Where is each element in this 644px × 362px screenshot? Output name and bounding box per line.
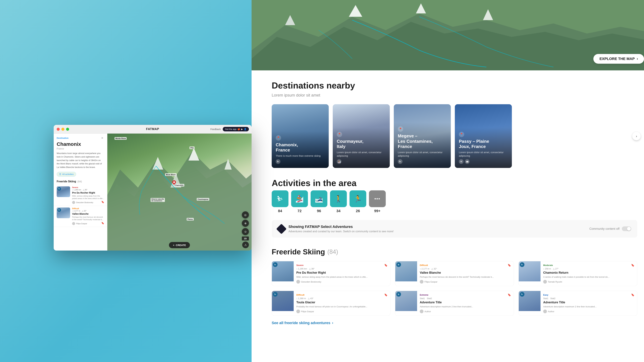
toggle-switch[interactable]: [622, 226, 631, 231]
map-label-reserve: Réserve naturellede Contamines: [150, 198, 165, 202]
card-body: Difficult 🔖 ↕ 1,390 m △ 43° Toula Glacie…: [294, 291, 390, 316]
activity-card[interactable]: ⛷ Moderate 🔖 ↕ 258 m △ 27° Chamonix Retu…: [518, 261, 637, 286]
destination-name: Passy – PlaineJoux, France: [459, 139, 508, 149]
feedback-button[interactable]: Feedback: [210, 128, 221, 131]
card-description: Perhaps the most famous ski descent in t…: [420, 276, 511, 279]
card-description: A series of walking trails makes it poss…: [543, 276, 634, 279]
activity-card[interactable]: ⛷ Easy 🔖 Stat1 Stat2 Adventure Title Adv…: [518, 291, 637, 316]
list-icon: ☰: [59, 173, 61, 175]
community-toggle[interactable]: Community content off: [589, 226, 631, 231]
right-content: Destinations nearby Lorem ipsum dolor si…: [252, 70, 644, 345]
author-avatar: [72, 222, 75, 225]
bookmark-icon[interactable]: 🔖: [101, 201, 104, 203]
destination-description: Lorem ipsum dolor sit amet, consectetur …: [459, 150, 508, 158]
difficulty-label: Severe: [72, 186, 104, 188]
bookmark-icon[interactable]: 🔖: [508, 264, 511, 267]
card-description: Wild, serious skiing away from the piste…: [296, 276, 388, 279]
carousel-next-button[interactable]: ›: [632, 132, 641, 140]
window-titlebar: FATMAP Feedback Get the app 🍎 ▶ 👤: [54, 125, 252, 134]
ski-icon: ⛷: [398, 159, 402, 164]
activity-icon-card[interactable]: ••• 99+: [369, 190, 386, 213]
bookmark-icon[interactable]: 🔖: [631, 293, 634, 297]
card-activity-icon: ⛷: [396, 292, 401, 297]
destinations-heading: Destinations nearby: [272, 80, 637, 90]
author-name: Filipa Gaspar: [76, 223, 87, 225]
hiking-activity-icon: 🚶: [330, 190, 347, 207]
author-row: Filipa Gaspar: [296, 310, 314, 313]
window-minimize-dot[interactable]: [62, 128, 64, 131]
card-name: Adventure Title: [543, 301, 634, 304]
bookmark-icon[interactable]: 🔖: [631, 264, 634, 267]
activity-card[interactable]: ⛷ Extreme 🔖 Stat1 Stat2 Adventure Title …: [395, 291, 514, 316]
activity-icon-card[interactable]: 🚶 34: [330, 190, 347, 213]
bookmark-icon[interactable]: 🔖: [384, 264, 388, 267]
activity-card[interactable]: ⛷ Severe 🔖 ↕ 1,295 km △ 36° Pre Du Roche…: [272, 261, 390, 286]
distance-stat: ↕ 2,177 m: [72, 210, 80, 212]
card-author: Filipa Gaspar: [420, 280, 511, 284]
author-row: Tamaki Ryushi: [543, 280, 562, 284]
activity-info: Difficult ↕ 2,177 m △ 32° Vallee Blanche…: [72, 207, 104, 225]
destination-card-courmayeur[interactable]: 📍 Courmayeur,Italy Lorem ipsum dolor sit…: [333, 104, 390, 168]
card-body: Easy 🔖 Stat1 Stat2 Adventure Title Adven…: [540, 291, 637, 316]
view-2d-button[interactable]: 2D: [242, 237, 249, 241]
map-area[interactable]: Chamonix Mont Blanc Courmayeur Passy Mon…: [107, 134, 252, 251]
snowboard-count: 72: [298, 209, 302, 213]
distance-stat: ↕ 2,177 m: [420, 268, 429, 270]
destination-card-megeve[interactable]: 📍 Megeve –Les Contamines,France Lorem ip…: [394, 104, 451, 168]
destination-icons: ⛷: [276, 159, 325, 164]
bookmark-icon[interactable]: 🔖: [508, 293, 511, 297]
toggle-knob: [627, 227, 631, 231]
activity-thumbnail: ⛷: [57, 207, 70, 218]
card-author: Tamaki Ryushi: [543, 280, 634, 284]
create-button[interactable]: + CREATE: [169, 242, 190, 248]
bookmark-icon[interactable]: 🔖: [101, 222, 104, 224]
author-name: Gwozden Boskovsky: [301, 281, 321, 283]
elevation-stat: △ 32°: [82, 210, 86, 212]
all-activities-button[interactable]: ☰ All activities: [57, 172, 76, 177]
activity-card[interactable]: ⛷ Difficult 🔖 ↕ 1,390 m △ 43° Toula Glac…: [272, 291, 390, 316]
destination-name: Megeve –Les Contamines,France: [398, 133, 447, 149]
location-pin-icon: 📍: [398, 126, 403, 132]
elevation-stat: △ 27°: [553, 268, 558, 270]
activity-icon-card[interactable]: ⛷ 84: [272, 190, 288, 213]
destination-icons: ❄ 🏔: [459, 159, 508, 164]
window-title: FATMAP: [146, 127, 159, 131]
warning-button[interactable]: ⚠: [242, 242, 249, 248]
compass-button[interactable]: ◎: [242, 211, 249, 218]
author-avatar: [543, 280, 547, 284]
destination-overlay: 📍 Megeve –Les Contamines,France Lorem ip…: [394, 122, 451, 168]
window-maximize-dot[interactable]: [66, 128, 69, 131]
activity-icon-card[interactable]: 🎿 96: [310, 190, 327, 213]
card-body: Moderate 🔖 ↕ 258 m △ 27° Chamonix Return…: [540, 261, 637, 286]
zoom-in-button[interactable]: ⊕: [242, 220, 249, 227]
activity-item[interactable]: ⛷ Severe ↕ 1,285 km △ 36° Pre Du Rocher …: [54, 185, 107, 206]
see-all-link[interactable]: See all freeride skiing adventures ›: [272, 321, 637, 325]
destinations-subtitle: Lorem ipsum dolor sit amet: [272, 93, 637, 97]
destination-card-passy[interactable]: 📍 Passy – PlaineJoux, France Lorem ipsum…: [455, 104, 512, 168]
more-activities-icon: •••: [369, 190, 386, 207]
stat2: Stat2: [550, 297, 555, 300]
get-app-button[interactable]: Get the app 🍎 ▶ 👤: [223, 127, 249, 131]
bookmark-icon[interactable]: 🔖: [384, 293, 388, 297]
card-activity-icon: ⛷: [520, 262, 524, 267]
close-button[interactable]: ✕: [100, 136, 104, 140]
activity-info: Severe ↕ 1,285 km △ 36° Pre Du Rocher Ri…: [72, 186, 104, 204]
author-name: Author: [548, 310, 554, 313]
destinations-section: Destinations nearby Lorem ipsum dolor si…: [272, 80, 637, 168]
activity-author: Gwozden Boskovsky: [72, 201, 93, 204]
freeride-section: Freeride Skiing (84) ⛷ Severe 🔖: [272, 248, 637, 325]
card-description: Adventure description maximum 2 line the…: [420, 305, 511, 308]
activity-icon-card[interactable]: 🏃 26: [350, 190, 366, 213]
card-name: Toula Glacier: [296, 301, 388, 304]
explore-map-button[interactable]: EXPLORE THE MAP ›: [593, 54, 644, 64]
activity-icon-card[interactable]: 🏂 72: [291, 190, 308, 213]
activity-card[interactable]: ⛷ Difficult 🔖 ↕ 2,177 m △ 32° Vallee Bla…: [395, 261, 514, 286]
location-button[interactable]: ⊙: [242, 228, 249, 235]
destination-card-chamonix[interactable]: 📍 Chamonix,France There is much more tha…: [272, 104, 329, 168]
activity-item[interactable]: ⛷ Difficult ↕ 2,177 m △ 32° Vallee Blanc…: [54, 206, 107, 227]
window-close-dot[interactable]: [57, 128, 60, 131]
difficulty-row: Severe 🔖: [296, 264, 388, 267]
card-activity-icon: ⛷: [273, 262, 278, 267]
svg-marker-2: [152, 157, 163, 170]
destinations-grid: 📍 Chamonix,France There is much more tha…: [272, 104, 637, 168]
